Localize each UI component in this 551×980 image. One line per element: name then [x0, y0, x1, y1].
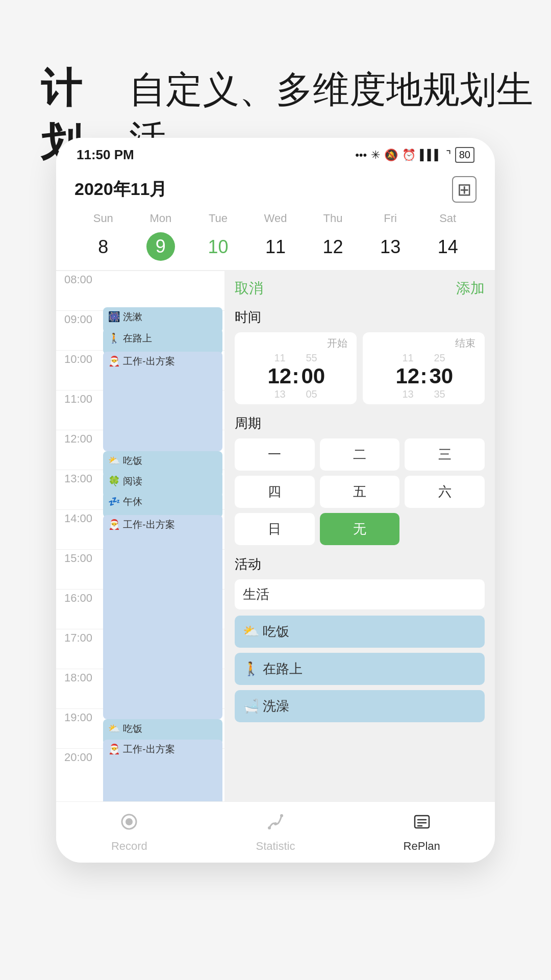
time-slot: 08:00: [56, 271, 224, 310]
period-button[interactable]: 三: [405, 438, 485, 471]
activity-item[interactable]: ⛅ 吃饭: [235, 616, 485, 648]
status-time: 11:50 PM: [77, 147, 134, 163]
panel-actions: 取消 添加: [235, 279, 485, 298]
end-above: 11 25: [368, 352, 480, 364]
status-bar: 11:50 PM ••• ✳ 🔕 ⏰ ▌▌▌ ⌝ 80: [56, 138, 495, 168]
calendar-month: 2020年11月: [74, 178, 167, 201]
nav-label: Record: [111, 840, 147, 853]
calendar-dates[interactable]: 891011121314: [56, 230, 495, 271]
calendar-date[interactable]: 12: [304, 232, 362, 262]
calendar-date[interactable]: 11: [247, 232, 305, 262]
svg-point-3: [274, 822, 277, 825]
phone-mockup: 11:50 PM ••• ✳ 🔕 ⏰ ▌▌▌ ⌝ 80 2020年11月 ⊞ S…: [56, 138, 495, 863]
nav-icon: [119, 812, 139, 837]
period-button[interactable]: 二: [320, 438, 400, 471]
add-button[interactable]: 添加: [456, 279, 485, 298]
end-below: 13 35: [368, 388, 480, 400]
activity-list: ⛅ 吃饭🚶 在路上🛁 洗澡: [235, 616, 485, 722]
svg-point-4: [280, 814, 283, 817]
period-button[interactable]: 日: [235, 513, 315, 545]
start-main: 12 : 00: [240, 364, 352, 388]
time-pickers: 开始 11 55 12 : 00 13 05: [235, 332, 485, 404]
end-label: 结束: [368, 336, 480, 350]
period-grid: 一二三四五六日无: [235, 438, 485, 545]
calendar-date[interactable]: 9: [146, 232, 175, 261]
event-block[interactable]: 🎅 工作-出方案: [103, 352, 222, 451]
time-label: 08:00: [64, 273, 105, 286]
event-block[interactable]: 💤 午休: [103, 492, 222, 518]
period-button[interactable]: 四: [235, 476, 315, 508]
start-time-picker[interactable]: 开始 11 55 12 : 00 13 05: [235, 332, 357, 404]
time-label: 12:00: [64, 432, 105, 446]
period-button[interactable]: 六: [405, 476, 485, 508]
day-label: Fri: [362, 209, 419, 228]
svg-point-2: [268, 826, 271, 829]
time-section-title: 时间: [235, 308, 485, 326]
calendar-date[interactable]: 14: [419, 232, 477, 262]
time-label: 14:00: [64, 512, 105, 525]
event-block[interactable]: 🎅 工作-出方案: [103, 515, 222, 719]
nav-item-record[interactable]: Record: [56, 812, 203, 853]
day-label: Thu: [304, 209, 362, 228]
time-label: 17:00: [64, 631, 105, 645]
time-label: 10:00: [64, 353, 105, 366]
time-label: 15:00: [64, 552, 105, 565]
status-icons: ••• ✳ 🔕 ⏰ ▌▌▌ ⌝ 80: [355, 147, 474, 163]
calendar-icon[interactable]: ⊞: [452, 176, 477, 203]
activity-item[interactable]: 🛁 洗澡: [235, 690, 485, 722]
calendar-date[interactable]: 8: [74, 232, 132, 262]
calendar-date[interactable]: 13: [362, 232, 419, 262]
nav-item-statistic[interactable]: Statistic: [203, 812, 349, 853]
time-label: 09:00: [64, 313, 105, 326]
timeline: 08:0009:0010:0011:0012:0013:0014:0015:00…: [56, 271, 224, 863]
time-label: 11:00: [64, 393, 105, 406]
nav-icon: [265, 812, 286, 837]
period-button[interactable]: 五: [320, 476, 400, 508]
main-content: 08:0009:0010:0011:0012:0013:0014:0015:00…: [56, 271, 495, 863]
bottom-nav: RecordStatisticRePlan: [56, 801, 495, 863]
calendar-date[interactable]: 10: [189, 232, 247, 262]
day-label: Tue: [189, 209, 247, 228]
activity-item[interactable]: 🚶 在路上: [235, 653, 485, 685]
time-label: 16:00: [64, 592, 105, 605]
end-main: 12 : 30: [368, 364, 480, 388]
day-label: Wed: [247, 209, 305, 228]
start-label: 开始: [240, 336, 352, 350]
time-label: 13:00: [64, 472, 105, 485]
nav-icon: [412, 812, 432, 837]
time-label: 19:00: [64, 711, 105, 724]
day-label: Sun: [74, 209, 132, 228]
svg-point-1: [126, 818, 133, 825]
activity-input[interactable]: [235, 579, 485, 609]
day-label: Mon: [132, 209, 190, 228]
time-label: 20:00: [64, 751, 105, 764]
period-button[interactable]: 无: [320, 513, 400, 545]
cancel-button[interactable]: 取消: [235, 279, 263, 298]
period-section-title: 周期: [235, 414, 485, 432]
start-above: 11 55: [240, 352, 352, 364]
period-button[interactable]: 一: [235, 438, 315, 471]
calendar-header: 2020年11月 ⊞: [56, 168, 495, 207]
start-below: 13 05: [240, 388, 352, 400]
end-time-picker[interactable]: 结束 11 25 12 : 30 13 35: [363, 332, 485, 404]
nav-item-replan[interactable]: RePlan: [348, 812, 495, 853]
right-panel[interactable]: 取消 添加 时间 开始 11 55 12 : 00: [224, 271, 495, 863]
calendar-day-labels: SunMonTueWedThuFriSat: [56, 207, 495, 230]
nav-label: RePlan: [404, 840, 440, 853]
event-block[interactable]: 🚶 在路上: [103, 329, 222, 354]
nav-label: Statistic: [256, 840, 295, 853]
day-label: Sat: [419, 209, 477, 228]
time-label: 18:00: [64, 671, 105, 684]
activity-section-title: 活动: [235, 555, 485, 573]
